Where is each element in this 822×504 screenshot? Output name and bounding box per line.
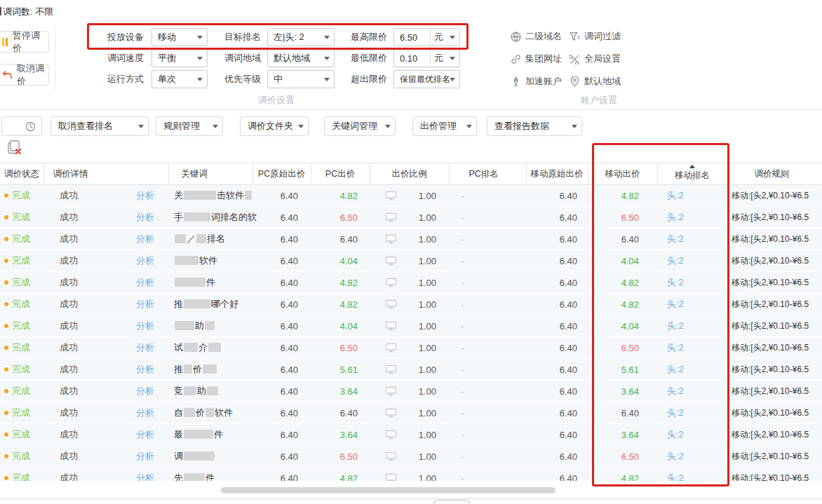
pause-bid-button[interactable]: 暂停调价	[0, 31, 49, 53]
mobile-rank-link[interactable]: 头:2	[667, 299, 684, 309]
bid-rule-cell: 移动:[头2,¥0.10-¥6.5	[727, 446, 822, 468]
censored-block	[184, 408, 195, 417]
bid-rule-cell: 移动:[头2,¥0.10-¥6.5	[727, 185, 822, 207]
analyze-link[interactable]: 分析	[136, 189, 154, 202]
column-header-关键词[interactable]: 关键词	[168, 163, 252, 185]
analyze-link[interactable]: 分析	[136, 233, 154, 245]
caret-down-icon	[197, 57, 203, 60]
caret-down-icon	[466, 125, 472, 128]
analyze-link[interactable]: 分析	[136, 320, 154, 332]
keyword-text: 最	[174, 429, 183, 440]
toolbar-dropdown-调价文件夹[interactable]: 调价文件夹	[240, 116, 309, 136]
ratio-value: 1.00	[419, 212, 436, 223]
mobile-rank-link[interactable]: 头:2	[667, 320, 684, 331]
censored-block	[184, 473, 205, 481]
analyze-link[interactable]: 分析	[136, 298, 154, 311]
column-header-调价状态[interactable]: 调价状态	[0, 163, 43, 185]
analyze-link[interactable]: 分析	[136, 385, 154, 397]
account-item-调词过滤[interactable]: 调词过滤	[570, 29, 621, 43]
column-header-调价规则[interactable]: 调价规则	[727, 163, 822, 185]
censored-block	[184, 212, 210, 222]
select-超出限价[interactable]: 保留最优排名	[393, 70, 460, 88]
select-投放设备[interactable]: 移动	[151, 28, 208, 46]
ratio-value: 1.00	[419, 278, 436, 288]
status-label: 完成	[12, 407, 30, 418]
account-item-label: 全局设置	[584, 53, 621, 65]
mobile-rank-link[interactable]: 头:2	[667, 212, 684, 222]
pc-rank-cell: -	[449, 402, 526, 424]
table-row: 完成成功分析手词排名的软6.406.501.00-6.406.50头:2移动:[…	[0, 207, 822, 229]
caret-down-icon	[213, 125, 218, 128]
column-header-PC原始出价[interactable]: PC原始出价	[252, 163, 311, 185]
select-调词速度[interactable]: 平衡	[151, 49, 208, 67]
pagination-partial[interactable]	[433, 500, 471, 504]
price-value-input[interactable]: 0.10	[394, 50, 430, 67]
keyword-text: 软件	[215, 407, 233, 418]
analyze-link[interactable]: 分析	[136, 428, 154, 441]
mobile-rank-link[interactable]: 头:2	[667, 386, 684, 396]
pc-bid-cell: 6.50	[311, 446, 370, 468]
mobile-rank-link[interactable]: 头:2	[667, 342, 684, 353]
horizontal-scrollbar-thumb[interactable]	[221, 487, 555, 493]
keyword-text: 自	[174, 407, 183, 418]
column-header-PC排名[interactable]: PC排名	[449, 163, 526, 185]
unit-select[interactable]: 元	[430, 29, 459, 46]
select-目标排名[interactable]: 左|头: 2	[267, 28, 335, 46]
bid-detail-cell: 成功分析	[43, 229, 168, 250]
analyze-link[interactable]: 分析	[136, 472, 154, 481]
column-header-出价比例[interactable]: 出价比例	[370, 163, 449, 185]
history-button[interactable]	[1, 116, 42, 136]
price-value-input[interactable]: 6.50	[394, 29, 430, 46]
account-item-加速账户[interactable]: 加速账户	[511, 74, 562, 88]
mobile-rank-link[interactable]: 头:2	[667, 233, 684, 244]
caret-down-icon	[324, 57, 330, 60]
mobile-rank-link[interactable]: 头:2	[667, 364, 684, 374]
column-header-PC出价[interactable]: PC出价	[311, 163, 370, 185]
monitor-icon	[385, 365, 397, 374]
account-item-全局设置[interactable]: 全局设置	[570, 52, 621, 66]
toolbar-dropdown-规则管理[interactable]: 规则管理	[156, 116, 223, 136]
censored-block	[207, 386, 218, 395]
mobile-original-bid-cell: 6.40	[526, 424, 588, 446]
select-调词地域[interactable]: 默认地域	[267, 49, 335, 67]
column-header-移动原始出价[interactable]: 移动原始出价	[526, 163, 588, 185]
limit-price-input-最高限价: 6.50元	[393, 28, 460, 46]
account-item-集团网址[interactable]: 集团网址	[511, 52, 562, 66]
table-row: 完成成功分析推价6.405.611.00-6.405.61头:2移动:[头2,¥…	[0, 359, 822, 381]
analyze-link[interactable]: 分析	[136, 276, 154, 289]
field-label-最高限价: 最高限价	[351, 28, 387, 46]
mobile-rank-link[interactable]: 头:2	[667, 472, 684, 481]
column-header-调价详情[interactable]: 调价详情	[43, 163, 168, 185]
detail-label: 成功	[60, 428, 78, 441]
column-header-移动排名[interactable]: 移动排名	[657, 163, 727, 185]
status-label: 完成	[12, 320, 30, 331]
toolbar-dropdown-取消查看排名[interactable]: 取消查看排名	[50, 116, 149, 136]
detail-label: 成功	[60, 233, 78, 245]
mobile-rank-link[interactable]: 头:2	[667, 255, 684, 266]
keyword-cell: 试介	[168, 337, 252, 359]
analyze-link[interactable]: 分析	[136, 363, 154, 376]
caret-down-icon	[197, 36, 203, 39]
unit-select[interactable]: 元	[430, 50, 459, 67]
analyze-link[interactable]: 分析	[136, 407, 154, 419]
account-item-二级域名[interactable]: 二级域名	[511, 29, 562, 43]
mobile-rank-link[interactable]: 头:2	[667, 277, 684, 287]
analyze-link[interactable]: 分析	[136, 211, 154, 224]
mobile-rank-link[interactable]: 头:2	[667, 429, 684, 440]
account-item-默认地域[interactable]: 默认地域	[570, 74, 621, 88]
toolbar-dropdown-查看报告数据[interactable]: 查看报告数据	[487, 116, 582, 136]
cancel-bid-button[interactable]: 取消调价	[0, 64, 49, 86]
delete-file-icon[interactable]	[7, 139, 22, 155]
analyze-link[interactable]: 分析	[136, 254, 154, 267]
analyze-link[interactable]: 分析	[136, 341, 154, 354]
analyze-link[interactable]: 分析	[136, 450, 154, 463]
select-优先等级[interactable]: 中	[267, 70, 335, 88]
toolbar-dropdown-关键词管理[interactable]: 关键词管理	[324, 116, 396, 136]
field-label-优先等级: 优先等级	[224, 70, 261, 88]
toolbar-dropdown-出价管理[interactable]: 出价管理	[412, 116, 477, 136]
mobile-rank-link[interactable]: 头:2	[667, 451, 684, 461]
select-运行方式[interactable]: 单次	[151, 70, 208, 88]
column-header-移动出价[interactable]: 移动出价	[588, 163, 657, 185]
mobile-rank-link[interactable]: 头:2	[667, 190, 684, 200]
mobile-rank-link[interactable]: 头:2	[667, 407, 684, 418]
